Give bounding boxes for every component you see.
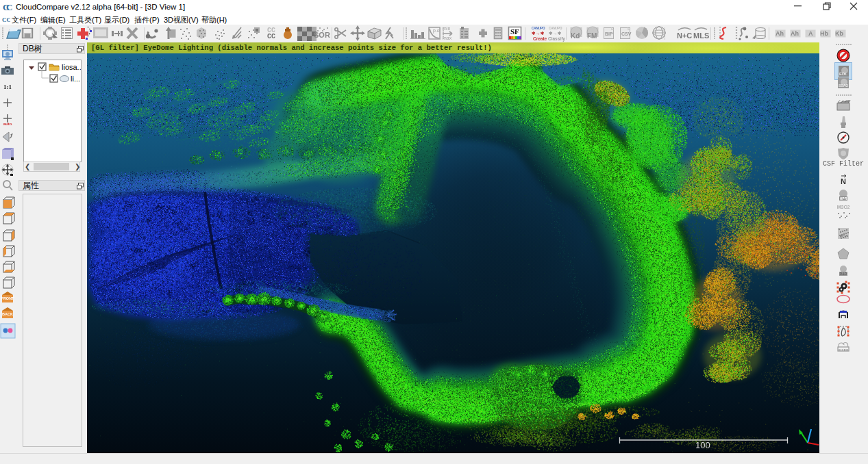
svg-text:li...: li... <box>71 75 80 83</box>
svg-text:CC: CC <box>2 16 10 23</box>
svg-text:C: C <box>6 3 12 12</box>
svg-text:liosa...: liosa... <box>62 63 81 71</box>
